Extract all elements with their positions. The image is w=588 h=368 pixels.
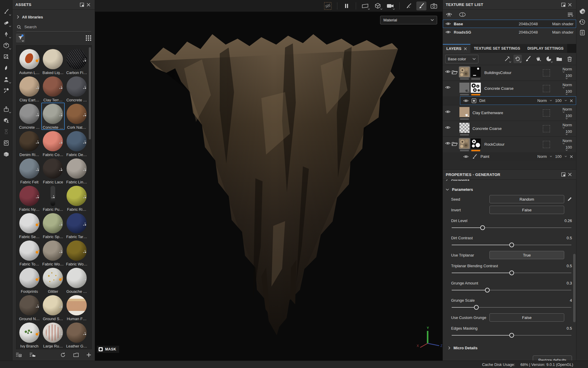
channel-dropdown[interactable]: Base color — [445, 55, 478, 63]
asset-item[interactable]: Large Ru… — [41, 321, 65, 349]
folder-open-icon[interactable] — [452, 70, 458, 75]
export-textures[interactable] — [0, 103, 12, 115]
send-to[interactable] — [0, 115, 12, 126]
asset-item[interactable]: Leather G… — [65, 321, 88, 349]
remove-effect-icon[interactable] — [570, 99, 573, 102]
param-slider[interactable] — [451, 305, 572, 310]
asset-item[interactable]: Ivy Branch — [18, 321, 41, 349]
asset-item[interactable]: Concrete … — [18, 103, 41, 130]
asset-item[interactable]: Concrete … — [65, 75, 88, 103]
opacity-dropdown[interactable]: 100 — [565, 89, 572, 95]
attributes-section[interactable]: Attributes — [446, 180, 572, 182]
effect-controls[interactable]: Norm100 — [538, 154, 573, 159]
param-value[interactable]: 0.5 — [567, 326, 572, 331]
material-slot-empty[interactable] — [543, 109, 550, 117]
slider-knob[interactable] — [485, 288, 490, 292]
parameters-section[interactable]: Parameters — [446, 187, 572, 192]
refresh-icon[interactable] — [60, 352, 66, 358]
projection-tool[interactable] — [0, 29, 12, 40]
asset-item[interactable]: Fabric Tar… — [65, 212, 88, 239]
eye-icon[interactable] — [445, 30, 451, 34]
texture-set-shader[interactable]: Main shader — [541, 30, 573, 34]
param-slider[interactable] — [451, 225, 572, 230]
pause-engine-button[interactable] — [342, 1, 352, 10]
param-toggle-button[interactable]: Random — [489, 195, 564, 203]
camera-settings-button[interactable] — [385, 1, 395, 10]
asset-item[interactable]: Fabric De… — [65, 130, 88, 157]
add-group-button[interactable] — [555, 55, 563, 63]
layer-mask-thumbnail[interactable] — [471, 83, 481, 93]
polygon-fill-tool[interactable] — [0, 51, 12, 62]
layer-row[interactable]: Concrete CoarseNorm 100 — [443, 81, 576, 96]
param-slider[interactable] — [451, 270, 572, 276]
param-toggle-button[interactable]: False — [489, 206, 564, 214]
visibility-cycle-icon[interactable] — [446, 12, 452, 17]
eye-icon[interactable] — [463, 99, 469, 103]
asset-item[interactable]: Clay Terr… — [41, 75, 65, 103]
add-paint-layer-button[interactable] — [524, 55, 532, 63]
asset-item[interactable]: Fabric Pu… — [41, 185, 65, 212]
asset-item[interactable]: Fabric Sp… — [41, 212, 65, 239]
texture-set-row[interactable]: Base2048x2048Main shader — [443, 20, 576, 28]
close-icon[interactable] — [567, 1, 573, 8]
asset-item[interactable]: Footprints — [18, 267, 41, 294]
asset-item[interactable]: Concrete … — [41, 103, 65, 130]
add-effect-button[interactable] — [503, 55, 511, 63]
clone-tool[interactable] — [0, 74, 12, 85]
remove-effect-icon[interactable] — [570, 155, 573, 158]
material-slot-empty[interactable] — [543, 85, 550, 92]
display-settings-shortcut-button[interactable] — [576, 6, 588, 17]
param-slider[interactable] — [451, 242, 572, 248]
param-value[interactable]: 0.3 — [567, 281, 572, 285]
material-slot-empty[interactable] — [543, 125, 550, 132]
folder-open-icon[interactable] — [452, 141, 458, 146]
blend-mode-dropdown[interactable]: Norm — [562, 67, 572, 73]
eye-icon[interactable] — [445, 141, 451, 145]
asset-item[interactable]: Fabric To… — [18, 239, 41, 267]
search-input[interactable]: Search — [17, 23, 91, 32]
log-button[interactable] — [576, 27, 588, 38]
eraser-tool[interactable] — [0, 17, 12, 29]
tab-display-settings[interactable]: DISPLAY SETTINGS — [524, 44, 567, 53]
opacity-dropdown[interactable]: 100 — [565, 73, 572, 79]
effect-controls[interactable]: Norm100 — [538, 98, 573, 103]
close-icon[interactable] — [85, 1, 92, 8]
add-asset-icon[interactable] — [86, 352, 91, 358]
opacity-dropdown[interactable]: 100 — [565, 129, 572, 135]
shading-mode-dropdown[interactable]: Material — [380, 16, 437, 24]
asset-item[interactable]: Denim Ri… — [18, 130, 41, 157]
tab-layers[interactable]: LAYERS — [443, 44, 470, 53]
param-toggle-button[interactable]: False — [489, 313, 564, 322]
asset-item[interactable]: Glitter — [41, 267, 65, 294]
float-panel-icon[interactable] — [560, 1, 567, 8]
render-mode-button[interactable] — [429, 1, 439, 10]
filter-funnel-button[interactable] — [16, 34, 25, 43]
layer-mask-thumbnail[interactable] — [471, 67, 481, 77]
asset-item[interactable]: Fabric Co… — [41, 130, 65, 157]
geometry-mask-tool[interactable] — [0, 40, 12, 51]
slider-knob[interactable] — [509, 243, 514, 247]
close-icon[interactable] — [567, 171, 573, 178]
new-folder-icon[interactable] — [73, 352, 79, 358]
add-smart-material-button[interactable] — [513, 55, 522, 63]
restore-defaults-button[interactable]: Restore defaults — [533, 356, 572, 361]
smudge-tool[interactable] — [0, 62, 12, 74]
param-value[interactable]: 4 — [570, 298, 572, 303]
layer-content-thumbnail[interactable] — [459, 123, 470, 133]
layer-row[interactable]: Concrete CoarseNorm 100 — [443, 121, 576, 136]
opacity-dropdown[interactable]: 100 — [565, 114, 572, 119]
asset-item[interactable]: Cork Nat… — [65, 103, 88, 130]
geometry-display-button[interactable] — [373, 1, 383, 10]
eye-icon[interactable] — [445, 110, 451, 114]
asset-item[interactable]: Fabric Wo… — [65, 239, 88, 267]
asset-item[interactable]: Baked Lig… — [41, 48, 65, 75]
float-panel-icon[interactable] — [79, 1, 85, 8]
param-slider[interactable] — [451, 287, 572, 293]
color-picker-tool[interactable] — [0, 85, 12, 96]
slider-knob[interactable] — [480, 225, 485, 230]
import-list-icon[interactable] — [30, 353, 36, 357]
add-fill-layer-button[interactable] — [534, 55, 543, 63]
param-toggle-button[interactable]: True — [489, 251, 564, 259]
asset-item[interactable]: Fabric Ri… — [65, 185, 88, 212]
properties-scrollbar[interactable] — [573, 254, 576, 322]
